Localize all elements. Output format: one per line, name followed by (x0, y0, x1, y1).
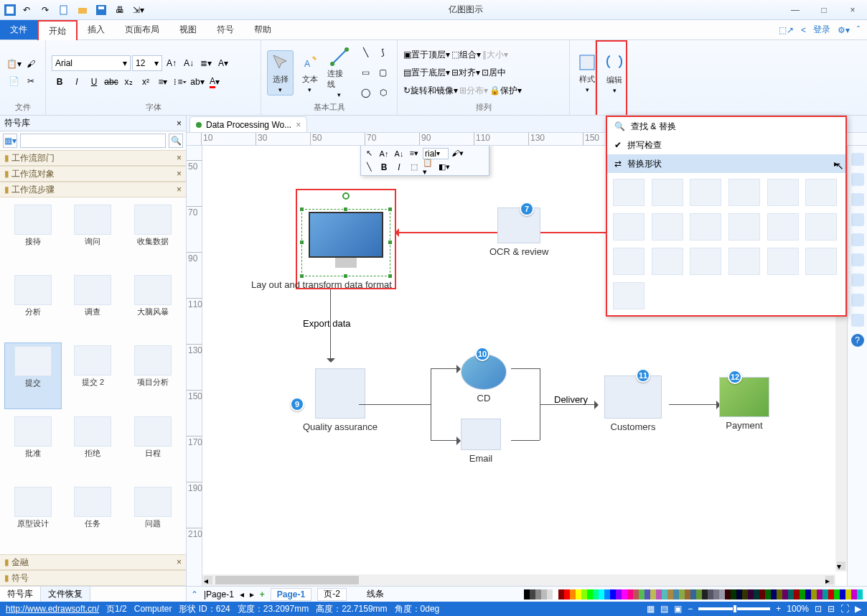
node-customers[interactable]: 11 Customers (604, 375, 662, 432)
redo-button[interactable]: ↷ (37, 2, 53, 18)
rail-icon[interactable] (851, 314, 864, 327)
open-button[interactable] (75, 2, 90, 18)
fit-page-icon[interactable]: ⊡ (815, 604, 822, 614)
replace-shape-cell[interactable] (652, 179, 683, 206)
presentation-icon[interactable]: ▶ (855, 604, 861, 614)
close-icon[interactable]: × (177, 153, 182, 163)
color-swatch-bar[interactable] (524, 589, 863, 599)
next-page-icon[interactable]: ▸ (250, 589, 254, 599)
superscript-button[interactable]: x² (138, 74, 154, 90)
protect-button[interactable]: 🔒 保护▾ (489, 83, 522, 98)
text-tool[interactable]: A文本▾ (296, 51, 323, 95)
zoom-out-icon[interactable]: − (688, 604, 693, 614)
document-tab[interactable]: Data Processing Wo...× (189, 116, 307, 132)
cut-button[interactable]: ✂ (23, 73, 39, 89)
shape-item[interactable]: 任务 (65, 484, 122, 550)
tab-insert[interactable]: 插入 (78, 20, 115, 39)
libcat-dept[interactable]: ▮ 工作流部门× (0, 150, 186, 166)
shape-item[interactable]: 原型设计 (4, 484, 62, 550)
libcat-steps[interactable]: ▮ 工作流步骤× (0, 182, 186, 197)
rail-icon[interactable] (851, 173, 864, 186)
outline-toggle-icon[interactable]: ⌃ (191, 589, 198, 599)
replace-shape-cell[interactable] (690, 213, 721, 241)
rail-icon[interactable] (851, 193, 864, 206)
tab-symbol[interactable]: 符号 (207, 20, 244, 39)
search-input[interactable] (20, 134, 166, 148)
edit-button[interactable]: 编辑▾ (603, 52, 626, 95)
bottomtab-shapelib[interactable]: 符号库 (0, 587, 41, 602)
status-url[interactable]: http://www.edrawsoft.cn/ (6, 604, 99, 614)
replace-shape-cell[interactable] (690, 248, 721, 275)
shape-item[interactable]: 日程 (124, 414, 182, 480)
copy-button[interactable]: 📄 (6, 73, 22, 89)
replace-shape-cell[interactable] (728, 179, 760, 206)
ft-shrink-font[interactable]: A↓ (393, 147, 406, 160)
replace-shape-cell[interactable] (613, 282, 645, 309)
brush-button[interactable]: 🖌 (23, 56, 39, 72)
node-qa[interactable]: 9 Quality assurance (303, 368, 378, 432)
font-size-combo[interactable]: 12▾ (132, 55, 162, 71)
ft-brush-icon[interactable]: 🖌▾ (451, 147, 464, 160)
network-icon[interactable]: < (801, 25, 806, 35)
font-name-combo[interactable]: Arial▾ (52, 55, 131, 71)
replace-shape-cell[interactable] (767, 179, 799, 206)
select-tool[interactable]: 选择▾ (267, 50, 294, 95)
find-replace-item[interactable]: 🔍查找 & 替换 (607, 117, 845, 136)
fit-width-icon[interactable]: ⊟ (828, 604, 835, 614)
replace-shape-cell[interactable] (767, 248, 799, 275)
node-email[interactable]: Email (461, 419, 501, 464)
shrink-font-button[interactable]: A↓ (181, 55, 197, 71)
ft-align[interactable]: ≡▾ (408, 147, 421, 160)
view-mode-icon[interactable]: ▤ (660, 604, 668, 614)
node-ocr[interactable]: 7 OCR & review (489, 207, 548, 257)
page-tab-1[interactable]: Page-1 (271, 588, 311, 601)
rail-icon[interactable] (851, 213, 864, 226)
tab-view[interactable]: 视图 (169, 20, 207, 39)
tab-layout[interactable]: 页面布局 (115, 20, 169, 39)
subscript-button[interactable]: x₂ (121, 74, 136, 90)
close-icon[interactable]: × (177, 169, 182, 179)
shape-item-selected[interactable]: 提交 (4, 342, 62, 410)
italic-button[interactable]: I (69, 74, 85, 90)
replace-shape-cell[interactable] (652, 213, 683, 241)
arc-shape-button[interactable]: ⟆ (375, 45, 391, 60)
fontcolor-button[interactable]: A▾ (207, 74, 222, 90)
fullscreen-icon[interactable]: ⛶ (840, 604, 849, 614)
send-back-button[interactable]: ▤ 置于底层▾ (403, 65, 450, 80)
search-icon[interactable]: 🔍 (169, 134, 183, 148)
node-payment[interactable]: 12 Payment (719, 377, 769, 431)
ft-italic[interactable]: I (393, 161, 406, 174)
ft-grow-font[interactable]: A↑ (378, 147, 390, 160)
shape-item[interactable]: 提交 2 (65, 342, 122, 410)
replace-shape-cell[interactable] (728, 248, 760, 275)
highlight-button[interactable]: ab▾ (189, 74, 205, 90)
tab-help[interactable]: 帮助 (244, 20, 281, 39)
ft-line-icon[interactable]: ╲ (362, 161, 375, 174)
view-mode-icon[interactable]: ▦ (647, 604, 655, 614)
bring-front-button[interactable]: ▣ 置于顶层▾ (403, 47, 450, 62)
shape-item[interactable]: 批准 (4, 414, 62, 480)
replace-shape-cell[interactable] (805, 248, 837, 275)
help-icon[interactable]: ? (851, 334, 864, 347)
page-tab-2[interactable]: 页-2 (317, 588, 347, 601)
selection-handles[interactable] (301, 209, 390, 276)
replace-shape-cell[interactable] (805, 213, 837, 241)
new-button[interactable] (56, 2, 72, 18)
shape-item[interactable]: 问题 (124, 484, 182, 550)
line-shape-button[interactable]: ╲ (358, 45, 374, 60)
export-button[interactable]: ⇲▾ (131, 2, 146, 18)
group-button[interactable]: ⬚ 组合▾ (451, 47, 481, 62)
replace-shape-cell[interactable] (690, 179, 721, 206)
rotate-button[interactable]: ↻ 旋转和镜像▾ (403, 83, 458, 98)
shape-item[interactable]: 项目分析 (124, 342, 182, 410)
linespacing-button[interactable]: ≡▾ (155, 74, 171, 90)
replace-shape-cell[interactable] (613, 248, 645, 275)
replace-shape-cell[interactable] (728, 213, 760, 241)
bold-button[interactable]: B (52, 74, 67, 90)
more-shapes-button[interactable]: ⬡ (375, 85, 391, 101)
replace-shape-cell[interactable] (652, 248, 683, 275)
maximize-button[interactable]: □ (810, 0, 838, 20)
spellcheck-item[interactable]: ✔拼写检查 (607, 136, 845, 154)
shape-item[interactable]: 分析 (4, 272, 62, 338)
share-icon[interactable]: ⬚↗ (779, 25, 794, 35)
